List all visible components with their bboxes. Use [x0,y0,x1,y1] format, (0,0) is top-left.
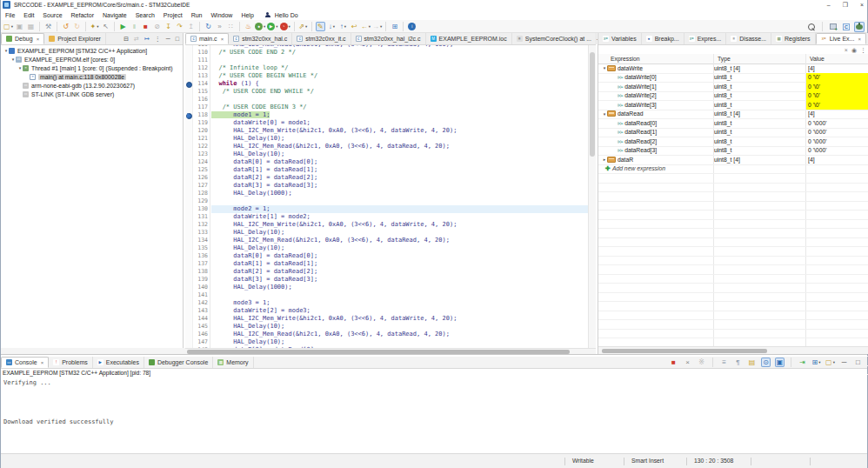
resume-icon[interactable]: ▶ [118,22,128,31]
code-editor[interactable]: 1091101111121131141151161171181191201211… [185,45,596,348]
menu-refactor[interactable]: Refactor [67,12,98,18]
garbage-collect-icon[interactable]: ∷ [226,22,236,31]
view-menu-icon[interactable]: ⋮ [860,47,866,54]
column-value[interactable]: Value [810,56,825,62]
drop-to-frame-icon[interactable]: ♨ [244,22,253,31]
step-over-icon[interactable]: ↷ [175,22,184,31]
right-panel-hscrollbar[interactable] [598,346,868,354]
code-line-125[interactable]: dataR[1] = dataRead[1]; [211,166,589,174]
tab-breakp[interactable]: ●Breakp... [642,33,684,44]
code-line-128[interactable]: HAL_Delay(1000); [211,190,589,197]
update-software-icon[interactable]: ↺ [61,22,70,31]
close-icon[interactable]: × [221,37,224,42]
launch-tool-icon[interactable]: ✦▾ [90,22,99,31]
code-text[interactable]: HAL_I2C_Mem_Read(&hi2c1, 0xA0, (3<<6), 4… [211,45,589,348]
select-tool-icon[interactable]: ↖ [101,22,110,31]
save-all-icon[interactable]: ▦ [26,22,36,31]
tab-expres[interactable]: x=Expres... [684,33,727,44]
link-with-editor-icon[interactable]: ⇄ [134,36,139,43]
menu-source[interactable]: Source [38,12,66,18]
tab-stm32c0xx-it-c[interactable]: cstm32c0xx_it.c [292,33,351,44]
code-line-131[interactable]: dataWrite[1] = mode2; [211,213,589,221]
close-icon[interactable]: × [37,37,40,42]
code-line-136[interactable]: dataR[0] = dataRead[0]; [211,252,589,260]
step-into-icon[interactable]: ↧ [164,22,173,31]
code-line-121[interactable]: HAL_Delay(10); [211,135,589,143]
open-perspective-icon[interactable] [828,22,838,32]
code-line-132[interactable]: HAL_I2C_Mem_Write(&hi2c1, 0xA0, (3<<6), … [211,221,589,229]
instruction-stepping-icon[interactable]: » [215,22,224,31]
code-line-116[interactable] [211,96,589,104]
maximize-view-icon[interactable]: □ [853,358,863,367]
tab-variables[interactable]: x=Variables [598,33,642,44]
code-line-127[interactable]: dataR[3] = dataRead[3]; [211,182,589,190]
code-line-110[interactable]: /* USER CODE END 2 */ [211,49,589,57]
code-line-134[interactable]: HAL_I2C_Mem_Read(&hi2c1, 0xA0, (3<<6), 4… [211,237,589,244]
menu-search[interactable]: Search [131,12,159,18]
toggle-mark-occurrences-icon[interactable]: ✎ [316,22,325,31]
restore-button[interactable]: ❒ [843,2,848,9]
build-icon[interactable]: ⚒ [43,22,53,31]
tab-stm32c0xx-hal-i2c-c[interactable]: cstm32c0xx_hal_i2c.c [351,33,426,44]
remove-all-launches-icon[interactable]: ※ [697,358,706,367]
export-log-icon[interactable]: ⇥ [798,358,807,367]
external-tools-icon[interactable]: ⇗▾ [298,22,308,31]
remove-launch-icon[interactable]: × [683,358,692,367]
tab-memory[interactable]: ▦Memory [213,357,253,368]
word-wrap-icon[interactable]: ¶ [733,358,743,367]
debug-tree-item[interactable]: ▭ST-LINK (ST-LINK GDB server) [1,90,183,98]
new-icon[interactable]: ▢▾ [3,22,13,31]
step-return-icon[interactable]: ↥ [186,22,196,31]
tab-console[interactable]: ▭Console× [1,357,49,368]
code-line-122[interactable]: HAL_I2C_Mem_Read(&hi2c1, 0xA0, (3<<6), 4… [211,143,589,150]
refresh-expressions-icon[interactable]: ◉ [851,47,857,54]
connect-icon[interactable]: ↦ [144,36,150,43]
tab-executables[interactable]: ▶Executables [93,357,144,368]
tab-debug[interactable]: Debug× [1,33,44,44]
code-line-118[interactable]: mode1 = 1; [211,111,589,119]
run-icon[interactable]: ▶▾ [267,22,277,31]
code-line-140[interactable]: HAL_Delay(1000); [211,284,589,291]
tab-example-eeprom-ioc[interactable]: MEXAMPLE_EEPROM.ioc [426,33,512,44]
pin-console-icon[interactable]: ⊙ [761,358,771,367]
menu-edit[interactable]: Edit [19,12,38,18]
code-line-147[interactable]: HAL_Delay(10); [211,338,589,346]
tab-main-c[interactable]: cmain.c× [185,33,229,44]
code-line-145[interactable]: HAL_Delay(10); [211,323,589,331]
cpp-perspective-icon[interactable]: C [841,22,851,32]
tab-live-ex[interactable]: x=Live Ex...× [816,33,866,44]
code-line-114[interactable]: while (1) { [211,80,589,88]
tab-stm32c0xx-hal-c[interactable]: cstm32c0xx_hal.c [229,33,292,44]
code-line-139[interactable]: dataR[3] = dataRead[3]; [211,276,589,284]
save-icon[interactable]: ▣ [15,22,24,31]
user-name[interactable]: Hello Do [270,12,303,18]
last-edit-location-icon[interactable]: ↩ [350,22,359,31]
code-line-144[interactable]: HAL_I2C_Mem_Write(&hi2c1, 0xA0, (3<<6), … [211,315,589,323]
code-line-119[interactable]: dataWrite[0] = mode1; [211,119,589,127]
scroll-lock-icon[interactable]: ≡ [719,358,729,367]
tab-registers[interactable]: ▦Registers [771,33,816,44]
suspend-icon[interactable]: ‖ [130,22,139,31]
open-new-window-icon[interactable]: ⊞ [390,22,399,31]
menu-navigate[interactable]: Navigate [98,12,131,18]
code-line-135[interactable]: HAL_Delay(10); [211,244,589,252]
terminate-icon[interactable]: ■ [141,22,150,31]
collapse-all-icon[interactable]: ⊟ [124,36,129,43]
minimize-view-icon[interactable]: ─ [839,358,849,367]
code-line-146[interactable]: HAL_I2C_Mem_Read(&hi2c1, 0xA0, (3<<6), 4… [211,331,589,338]
debug-tree-item[interactable]: ▾≡Thread #1 [main] 1 [core: 0] (Suspende… [1,64,183,72]
code-line-141[interactable] [211,291,589,299]
menu-window[interactable]: Window [206,12,237,18]
view-menu-icon[interactable]: ⋮ [155,36,161,43]
show-stdin-icon[interactable]: ▤ [747,358,757,367]
debug-perspective-icon[interactable] [854,22,865,32]
restore-state-icon[interactable]: ↻ [72,22,82,31]
code-line-115[interactable]: /* USER CODE END WHILE */ [211,88,589,96]
close-icon[interactable]: × [41,360,44,365]
maximize-view-icon[interactable]: □ [176,36,179,42]
forward-icon[interactable]: →▾ [372,22,382,31]
code-line-142[interactable]: mode3 = 1; [211,299,589,307]
open-console-icon[interactable]: ⊞▾ [811,358,821,367]
code-line-143[interactable]: dataWrite[2] = mode3; [211,307,589,315]
code-line-130[interactable]: mode2 = 1; [211,205,589,213]
